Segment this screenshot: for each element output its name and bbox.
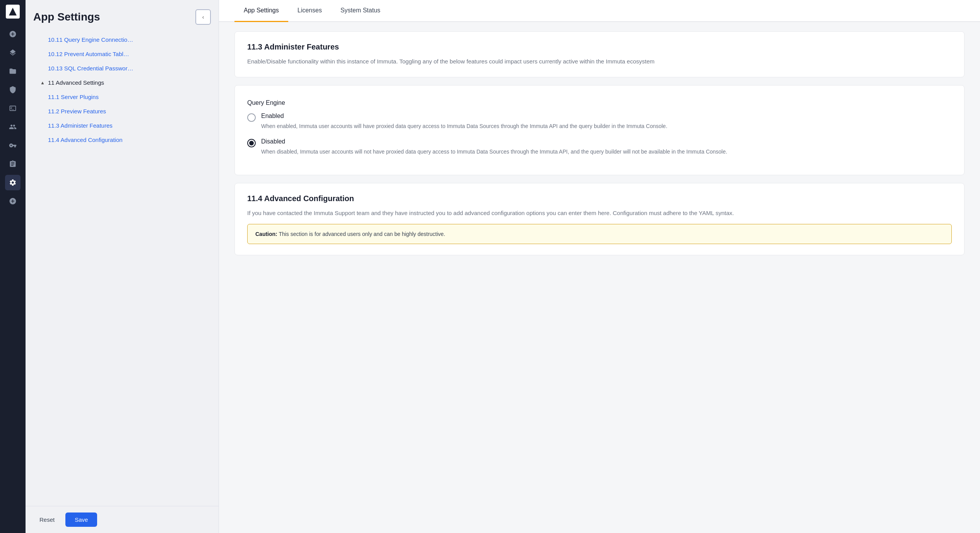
tab-app-settings[interactable]: App Settings — [234, 0, 288, 22]
advanced-config-description: If you have contacted the Immuta Support… — [247, 208, 952, 218]
save-button[interactable]: Save — [65, 512, 97, 527]
nav-item-11-2[interactable]: 11.2 Preview Features — [29, 104, 215, 118]
query-engine-card: Query Engine Enabled When enabled, Immut… — [234, 85, 965, 175]
nav-tree: 10.11 Query Engine Connectio… 10.12 Prev… — [26, 32, 219, 506]
advanced-config-card: 11.4 Advanced Configuration If you have … — [234, 183, 965, 255]
add-icon[interactable] — [5, 26, 21, 42]
panel-header: App Settings ‹ — [26, 0, 219, 32]
tab-licenses[interactable]: Licenses — [288, 0, 331, 22]
radio-enabled-circle[interactable] — [247, 113, 256, 122]
tab-system-status[interactable]: System Status — [331, 0, 390, 22]
nav-item-11-4[interactable]: 11.4 Advanced Configuration — [29, 133, 215, 147]
layers-icon[interactable] — [5, 45, 21, 60]
settings-panel: App Settings ‹ 10.11 Query Engine Connec… — [26, 0, 219, 533]
chevron-up-icon: ▲ — [40, 80, 45, 85]
radio-disabled-circle[interactable] — [247, 139, 256, 147]
users-icon[interactable] — [5, 119, 21, 135]
radio-enabled-option[interactable]: Enabled When enabled, Immuta user accoun… — [247, 113, 952, 130]
nav-item-10-12[interactable]: 10.12 Prevent Automatic Tabl… — [29, 47, 215, 61]
caution-label: Caution: — [255, 231, 277, 237]
shield-icon[interactable] — [5, 82, 21, 97]
reset-button[interactable]: Reset — [33, 512, 61, 527]
dark-sidebar — [0, 0, 26, 533]
plus-circle-icon[interactable] — [5, 193, 21, 209]
settings-icon[interactable] — [5, 175, 21, 190]
administer-features-description: Enable/Disable functionality within this… — [247, 57, 952, 66]
nav-item-10-11[interactable]: 10.11 Query Engine Connectio… — [29, 32, 215, 47]
main-content: App Settings Licenses System Status 11.3… — [219, 0, 980, 533]
collapse-icon: ‹ — [202, 14, 204, 20]
nav-item-10-13[interactable]: 10.13 SQL Credential Passwor… — [29, 61, 215, 75]
advanced-config-title: 11.4 Advanced Configuration — [247, 194, 952, 203]
panel-title: App Settings — [33, 11, 100, 23]
nav-item-11-3[interactable]: 11.3 Administer Features — [29, 118, 215, 133]
collapse-button[interactable]: ‹ — [195, 9, 211, 25]
folder-icon[interactable] — [5, 63, 21, 79]
key-icon[interactable] — [5, 138, 21, 153]
caution-text: This section is for advanced users only … — [279, 231, 445, 237]
radio-enabled-desc: When enabled, Immuta user accounts will … — [261, 122, 667, 130]
query-engine-label: Query Engine — [247, 99, 952, 106]
nav-item-11[interactable]: ▲ 11 Advanced Settings — [29, 75, 215, 90]
logo — [6, 5, 20, 19]
administer-features-title: 11.3 Administer Features — [247, 43, 952, 51]
nav-item-11-1[interactable]: 11.1 Server Plugins — [29, 90, 215, 104]
terminal-icon[interactable] — [5, 101, 21, 116]
panel-footer: Reset Save — [26, 506, 219, 533]
caution-box: Caution: This section is for advanced us… — [247, 224, 952, 244]
radio-enabled-content: Enabled When enabled, Immuta user accoun… — [261, 113, 667, 130]
clipboard-icon[interactable] — [5, 156, 21, 172]
top-tabs: App Settings Licenses System Status — [219, 0, 980, 22]
administer-features-card: 11.3 Administer Features Enable/Disable … — [234, 31, 965, 77]
radio-disabled-content: Disabled When disabled, Immuta user acco… — [261, 138, 727, 156]
radio-enabled-label: Enabled — [261, 113, 667, 120]
logo-mark — [9, 8, 17, 15]
content-area: 11.3 Administer Features Enable/Disable … — [219, 22, 980, 533]
radio-disabled-desc: When disabled, Immuta user accounts will… — [261, 147, 727, 156]
radio-disabled-label: Disabled — [261, 138, 727, 145]
radio-disabled-option[interactable]: Disabled When disabled, Immuta user acco… — [247, 138, 952, 156]
